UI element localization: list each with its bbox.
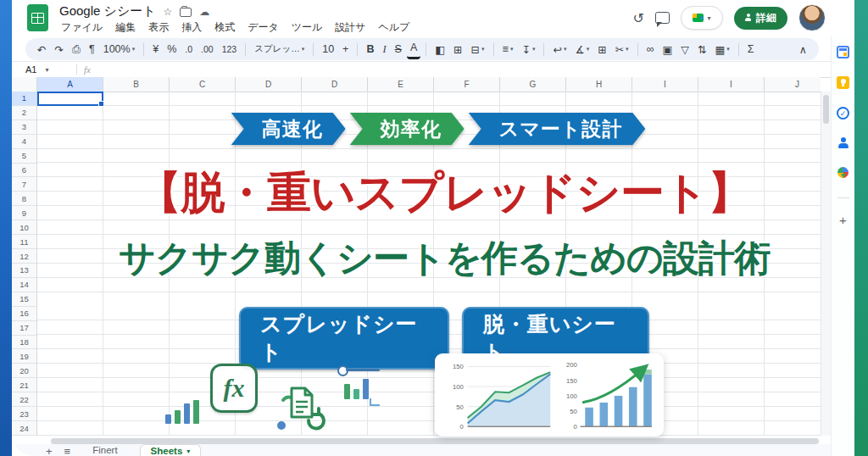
svg-text:200: 200 xyxy=(566,361,577,369)
thumbnail-stage: Google シシート ☆ ☁ ファイル編集表示挿入検式データツール設計サヘルプ… xyxy=(0,0,868,456)
chevron-banner: 高速化効率化スマート設計 xyxy=(231,113,646,145)
badge-0: スプレッドシート xyxy=(239,307,449,370)
main-title: 【脱・重いスプレッドシート】 xyxy=(46,164,843,223)
svg-text:0: 0 xyxy=(573,423,576,431)
svg-text:100: 100 xyxy=(566,392,577,400)
fx-function-icon: fx xyxy=(210,364,258,413)
svg-text:0: 0 xyxy=(460,423,464,431)
svg-text:100: 100 xyxy=(453,383,464,391)
area-chart: 050100150 xyxy=(442,357,559,433)
left-edge-strip xyxy=(0,0,12,456)
banner-segment-0: 高速化 xyxy=(231,113,346,145)
thumbnail-overlay: 高速化効率化スマート設計 【脱・重いスプレッドシート】 サクサク動くシートを作る… xyxy=(12,0,854,456)
right-edge-strip xyxy=(854,0,868,456)
svg-text:50: 50 xyxy=(570,408,577,415)
svg-text:50: 50 xyxy=(456,403,464,411)
charts-card: 050100150 050100150200 xyxy=(435,353,664,437)
banner-segment-2: スマート設計 xyxy=(469,113,646,145)
bar-chart-icon xyxy=(165,393,199,424)
document-refresh-icon xyxy=(271,373,327,436)
svg-text:150: 150 xyxy=(453,363,464,370)
svg-text:150: 150 xyxy=(566,377,577,385)
subtitle: サクサク動くシートを作るための設計術 xyxy=(46,234,843,283)
banner-segment-1: 効率化 xyxy=(350,113,465,145)
bar-chart: 050100150200 xyxy=(559,357,657,433)
chart-line-icon xyxy=(337,364,381,406)
sheets-window: Google シシート ☆ ☁ ファイル編集表示挿入検式データツール設計サヘルプ… xyxy=(12,0,854,456)
